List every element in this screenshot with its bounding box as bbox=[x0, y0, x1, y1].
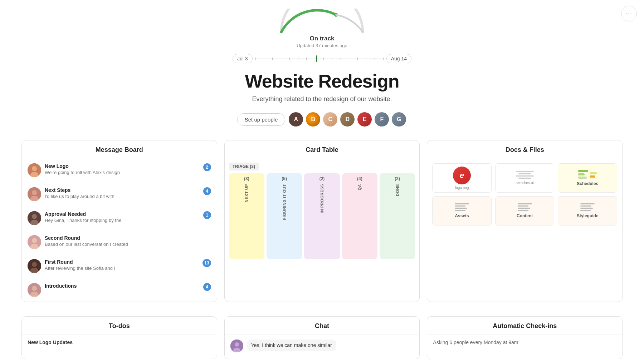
avatar[interactable]: D bbox=[340, 111, 355, 127]
progress-arc: On track Updated 37 minutes ago bbox=[7, 9, 637, 48]
message-preview: Based on our last conversation I created bbox=[45, 242, 211, 247]
doc-logo[interactable]: e logo.png bbox=[432, 163, 492, 193]
doc-assets[interactable]: Assets bbox=[432, 196, 492, 225]
docs-files-card: Docs & Files e logo.png sketches.ai bbox=[427, 140, 623, 302]
more-button[interactable]: ··· bbox=[621, 6, 637, 21]
message-title: Introductions bbox=[45, 283, 200, 289]
timeline-track bbox=[255, 55, 384, 62]
avatar[interactable]: B bbox=[305, 111, 321, 127]
bottom-grid: To-dos New Logo Updates Chat Yes, I thin… bbox=[0, 316, 644, 362]
card-table-title: Card Table bbox=[225, 140, 420, 158]
tick bbox=[366, 58, 366, 60]
column-figuring-it-out[interactable]: (5) FIGURING IT OUT bbox=[267, 173, 302, 259]
tick bbox=[383, 58, 384, 60]
col-label: NEXT UP bbox=[244, 184, 249, 202]
message-preview: Hey Gina, Thanks for stopping by the bbox=[45, 218, 200, 223]
doc-styleguide[interactable]: Styleguide bbox=[558, 196, 617, 225]
people-row: Set up people A B C D E F G bbox=[7, 111, 637, 127]
todo-section-title: New Logo Updates bbox=[28, 339, 211, 345]
column-qa[interactable]: (4) QA bbox=[342, 173, 377, 259]
project-description: Everything related to the redesign of ou… bbox=[7, 95, 637, 103]
col-label: QA bbox=[357, 184, 362, 190]
avatar[interactable]: A bbox=[288, 111, 304, 127]
col-label: FIGURING IT OUT bbox=[282, 184, 287, 220]
message-title: First Round bbox=[45, 259, 199, 265]
set-up-people-button[interactable]: Set up people bbox=[237, 113, 286, 126]
message-content: Approval Needed Hey Gina, Thanks for sto… bbox=[45, 211, 200, 223]
sketches-filename: sketches.ai bbox=[516, 181, 534, 185]
column-in-progress[interactable]: (2) IN PROGRESS bbox=[304, 173, 340, 259]
message-content: Introductions bbox=[45, 283, 200, 289]
message-preview: I'd like us to play around a bit with bbox=[45, 194, 200, 199]
todos-body: New Logo Updates bbox=[22, 334, 217, 353]
avatar[interactable]: E bbox=[357, 111, 372, 127]
checkins-description: Asking 6 people every Monday at 9am bbox=[433, 339, 616, 345]
tick bbox=[349, 58, 349, 60]
tick bbox=[264, 58, 264, 60]
col-count: (4) bbox=[357, 176, 362, 181]
column-next-up[interactable]: (3) NEXT UP bbox=[229, 173, 264, 259]
content-label: Content bbox=[517, 213, 533, 218]
message-preview: After reviewing the site Sofia and I bbox=[45, 266, 199, 271]
message-board-body: New Logo We're going to roll with Alex's… bbox=[22, 158, 217, 302]
logo-filename: logo.png bbox=[455, 186, 469, 190]
doc-schedules[interactable]: Schedules bbox=[558, 163, 617, 193]
svg-point-17 bbox=[32, 286, 37, 291]
docs-files-title: Docs & Files bbox=[427, 140, 622, 158]
timeline-end: Aug 14 bbox=[386, 54, 411, 63]
doc-sketches[interactable]: sketches.ai bbox=[495, 163, 555, 193]
avatar[interactable]: G bbox=[391, 111, 407, 127]
doc-schedules-preview: Schedules bbox=[558, 164, 617, 192]
avatar[interactable]: F bbox=[374, 111, 390, 127]
sketch-line bbox=[518, 173, 531, 174]
message-avatar bbox=[28, 259, 41, 273]
message-item[interactable]: Approval Needed Hey Gina, Thanks for sto… bbox=[22, 206, 217, 230]
message-content: Second Round Based on our last conversat… bbox=[45, 235, 211, 247]
doc-content[interactable]: Content bbox=[495, 196, 555, 225]
message-item[interactable]: First Round After reviewing the site Sof… bbox=[22, 254, 217, 278]
svg-point-8 bbox=[32, 214, 37, 219]
chat-body: Yes, I think we can make one similar bbox=[225, 334, 420, 357]
avatars-container: A B C D E F G bbox=[288, 111, 407, 127]
main-grid: Message Board New Logo We're going to ro… bbox=[0, 140, 644, 316]
message-avatar bbox=[28, 187, 41, 201]
col-label: IN PROGRESS bbox=[320, 184, 324, 213]
timeline: Jul 3 Aug 14 bbox=[233, 54, 411, 63]
avatar[interactable]: C bbox=[322, 111, 338, 127]
message-item[interactable]: New Logo We're going to roll with Alex's… bbox=[22, 158, 217, 182]
col-count: (3) bbox=[244, 176, 249, 181]
tick bbox=[306, 58, 307, 60]
tick bbox=[298, 58, 298, 60]
sketch-line bbox=[516, 175, 534, 177]
tick bbox=[323, 58, 324, 60]
column-done[interactable]: (2) DONE bbox=[380, 173, 415, 259]
message-avatar bbox=[28, 163, 41, 177]
svg-point-20 bbox=[235, 342, 239, 347]
tick bbox=[255, 58, 256, 60]
message-content: New Logo We're going to roll with Alex's… bbox=[45, 163, 200, 175]
sketch-line bbox=[516, 171, 534, 172]
col-label: DONE bbox=[395, 184, 400, 196]
message-item[interactable]: Introductions 4 bbox=[22, 278, 217, 302]
doc-logo-preview: e logo.png bbox=[433, 164, 491, 192]
chat-avatar bbox=[230, 339, 243, 352]
header-section: On track Updated 37 minutes ago Jul 3 bbox=[0, 0, 644, 127]
col-count: (2) bbox=[319, 176, 325, 181]
checkins-card: Automatic Check-ins Asking 6 people ever… bbox=[427, 316, 623, 359]
message-preview: We're going to roll with Alex's design bbox=[45, 170, 200, 175]
checkins-title: Automatic Check-ins bbox=[427, 317, 622, 334]
message-avatar bbox=[28, 235, 41, 249]
tick bbox=[272, 58, 273, 60]
message-badge: 2 bbox=[203, 163, 211, 171]
message-item[interactable]: Next Steps I'd like us to play around a … bbox=[22, 182, 217, 206]
arc-container bbox=[268, 9, 376, 34]
svg-point-5 bbox=[32, 190, 37, 195]
message-content: Next Steps I'd like us to play around a … bbox=[45, 187, 200, 199]
message-title: Second Round bbox=[45, 235, 211, 241]
todos-card: To-dos New Logo Updates bbox=[21, 316, 217, 359]
svg-point-2 bbox=[32, 166, 37, 171]
message-item[interactable]: Second Round Based on our last conversat… bbox=[22, 230, 217, 254]
checkins-body: Asking 6 people every Monday at 9am bbox=[427, 334, 622, 350]
chat-title: Chat bbox=[225, 317, 420, 334]
tick bbox=[332, 58, 332, 60]
